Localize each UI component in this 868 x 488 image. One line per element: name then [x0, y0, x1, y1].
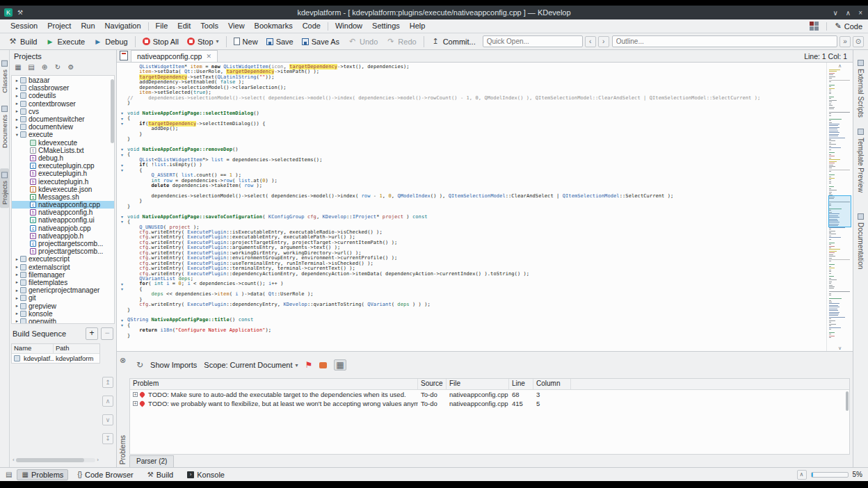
expander-icon[interactable]: ▸: [14, 257, 20, 262]
code-line[interactable]: }: [117, 204, 826, 209]
scroll-left-icon[interactable]: ‹: [13, 457, 15, 463]
expander-icon[interactable]: ▸: [14, 288, 20, 293]
fold-marker-icon[interactable]: ▾: [117, 147, 127, 152]
fold-marker-icon[interactable]: ▾: [117, 287, 127, 292]
comment-icon[interactable]: [319, 362, 327, 368]
toolbar-overflow-button[interactable]: »: [839, 36, 851, 47]
outline-input[interactable]: [612, 35, 837, 47]
code-line[interactable]: }: [117, 199, 826, 204]
editor-tab[interactable]: nativeappconfig.cpp ✕: [131, 50, 218, 62]
build-button[interactable]: Build: [4, 35, 41, 47]
tree-mode-icon[interactable]: ▦: [13, 63, 24, 73]
reload-icon[interactable]: ↻: [52, 63, 63, 73]
tree-item[interactable]: cexecuteplugin.cpp: [12, 162, 114, 170]
code-line[interactable]: cfg.writeEntry( ExecutePlugin::dependenc…: [117, 302, 826, 307]
column-header-path[interactable]: Path: [54, 344, 99, 353]
menu-edit[interactable]: Edit: [172, 19, 195, 33]
code-line[interactable]: // dependencies->selectionModel()->selec…: [117, 96, 826, 101]
area-code-button[interactable]: ✎ Code: [835, 22, 862, 31]
forward-button[interactable]: ›: [598, 36, 609, 47]
statusbar-problems-button[interactable]: ▦Problems: [17, 469, 68, 480]
save-button[interactable]: Save: [262, 36, 298, 47]
code-line[interactable]: ▾void NativeAppConfigPage::selectItemDia…: [117, 111, 826, 116]
expander-icon[interactable]: +: [133, 392, 138, 397]
expander-icon[interactable]: ▸: [14, 264, 20, 270]
code-line[interactable]: ▾ if( !list.isEmpty() ): [117, 163, 826, 168]
problems-scrollbar[interactable]: [846, 391, 849, 411]
titlebar[interactable]: K ⚒ kdevplatform - [ kdevplatform:plugin…: [0, 6, 868, 19]
menu-help[interactable]: Help: [405, 19, 431, 33]
move-top-icon[interactable]: ↥: [102, 377, 113, 388]
menu-code[interactable]: Code: [298, 19, 326, 33]
code-line[interactable]: }: [117, 101, 826, 106]
expander-icon[interactable]: ▸: [14, 318, 20, 324]
full-update-icon[interactable]: ↻: [136, 360, 143, 370]
menu-run[interactable]: Run: [76, 19, 99, 33]
tree-item[interactable]: hnativeappconfig.h: [12, 209, 114, 216]
tree-item[interactable]: ▸openwith: [12, 318, 114, 324]
fold-marker-icon[interactable]: ▾: [117, 323, 127, 328]
tree-item[interactable]: ▸classbrowser: [12, 84, 114, 92]
expander-icon[interactable]: ▸: [14, 303, 20, 309]
fold-marker-icon[interactable]: ▾: [117, 318, 127, 323]
tree-item[interactable]: ▸filemanager: [12, 271, 114, 279]
fold-marker-icon[interactable]: ▾: [117, 168, 127, 173]
save-as-button[interactable]: Save As: [298, 36, 344, 47]
expander-icon[interactable]: ▸: [14, 117, 20, 122]
dock-tab-classes[interactable]: Classes: [0, 57, 9, 97]
tree-item[interactable]: tCMakeLists.txt: [12, 147, 114, 154]
tree-item[interactable]: ▸git: [12, 294, 114, 302]
tree-item[interactable]: ▸filetemplates: [12, 279, 114, 286]
back-button[interactable]: ‹: [585, 36, 596, 47]
expander-icon[interactable]: ▸: [14, 108, 20, 114]
fold-marker-icon[interactable]: ▾: [117, 215, 127, 220]
move-bottom-icon[interactable]: ↧: [102, 433, 113, 444]
dock-tab-documents[interactable]: Documents: [0, 102, 9, 152]
code-line[interactable]: }: [117, 137, 826, 142]
tree-item[interactable]: cnativeappconfig.cpp: [12, 201, 114, 209]
expander-icon[interactable]: ▸: [14, 86, 20, 91]
projects-horizontal-scrollbar[interactable]: ‹ ›: [13, 457, 99, 463]
tree-item[interactable]: ▸contextbrowser: [12, 100, 114, 108]
code-line[interactable]: return i18n("Configure Native Applicatio…: [117, 328, 826, 333]
expander-icon[interactable]: ▸: [14, 295, 20, 301]
stop-all-button[interactable]: Stop All: [138, 36, 183, 47]
toolbar-extra-icon[interactable]: ⊙: [853, 36, 864, 47]
menu-navigation[interactable]: Navigation: [100, 19, 146, 33]
tree-item[interactable]: ▸bazaar: [12, 76, 114, 84]
tree-item[interactable]: ▸konsole: [12, 310, 114, 318]
tree-item[interactable]: hdebug.h: [12, 154, 114, 162]
minimize-icon[interactable]: ∨: [833, 9, 838, 17]
scroll-up-icon[interactable]: ∧: [827, 63, 853, 69]
tree-item[interactable]: ▸documentswitcher: [12, 115, 114, 123]
code-line[interactable]: ▾ if(targetDependency->selectItemDialog(…: [117, 122, 826, 127]
menu-window[interactable]: Window: [330, 19, 367, 33]
expander-icon[interactable]: ▸: [14, 78, 20, 83]
scrollbar-track[interactable]: [16, 458, 96, 462]
code-line[interactable]: }: [117, 308, 826, 313]
scope-dropdown[interactable]: Scope: Current Document ▾: [204, 361, 298, 369]
add-to-build-sequence-button[interactable]: +: [86, 327, 98, 340]
add-icon[interactable]: ⊕: [39, 63, 50, 73]
menu-bookmarks[interactable]: Bookmarks: [250, 19, 298, 33]
expander-icon[interactable]: +: [133, 401, 138, 406]
menu-project[interactable]: Project: [42, 19, 76, 33]
stop-button[interactable]: Stop▾: [183, 36, 223, 47]
new-button[interactable]: New: [230, 36, 262, 47]
tree-item[interactable]: ▸codeutils: [12, 92, 114, 99]
code-line[interactable]: }: [117, 132, 826, 137]
column-header-line[interactable]: Line: [509, 379, 533, 389]
code-editor[interactable]: QListWidgetItem* item = new QListWidgetI…: [117, 63, 853, 351]
problem-row[interactable]: +TODO: Make sure to auto-add the executa…: [130, 390, 849, 399]
buildseq-row[interactable]: kdevplatf...kdevplatform: [12, 354, 99, 363]
tree-item[interactable]: hnativeappjob.h: [12, 232, 114, 240]
code-line[interactable]: ▾QString NativeAppConfigPage::title() co…: [117, 318, 826, 323]
expander-icon[interactable]: ▸: [14, 101, 20, 106]
execute-button[interactable]: Execute: [41, 35, 89, 47]
expander-icon[interactable]: ▸: [14, 279, 20, 285]
grid-view-icon[interactable]: ▦: [334, 359, 346, 371]
code-line[interactable]: dependencies->selectionModel()->select( …: [117, 194, 826, 199]
tree-scrollbar[interactable]: [111, 79, 114, 143]
maximize-icon[interactable]: ∧: [846, 9, 851, 17]
commit-button[interactable]: Commit...: [427, 35, 480, 47]
